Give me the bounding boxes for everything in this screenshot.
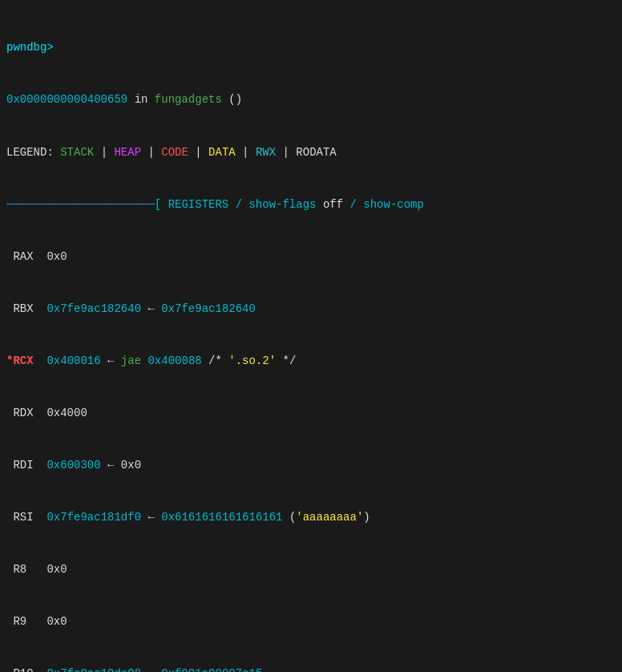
rsi-line: RSI 0x7fe9ac181df0 ← 0x6161616161616161 … bbox=[6, 509, 616, 527]
r8-line: R8 0x0 bbox=[6, 561, 616, 579]
r10-line: R10 0x7fe9ac19de98 ← 0xf001a00007c15 bbox=[6, 666, 616, 672]
terminal-window: pwndbg> 0x0000000000400659 in fungadgets… bbox=[0, 0, 622, 672]
prompt-text: pwndbg> bbox=[6, 41, 54, 54]
legend-line: LEGEND: STACK | HEAP | CODE | DATA | RWX… bbox=[6, 144, 616, 162]
rax-line: RAX 0x0 bbox=[6, 249, 616, 266]
rdx-line: RDX 0x4000 bbox=[6, 405, 616, 423]
divider-registers: ──────────────────────[ REGISTERS / show… bbox=[6, 196, 616, 214]
address-line: 0x0000000000400659 in fungadgets () bbox=[6, 91, 616, 109]
rbx-line: RBX 0x7fe9ac182640 ← 0x7fe9ac182640 bbox=[6, 301, 616, 318]
r9-line: R9 0x0 bbox=[6, 613, 616, 631]
rdi-line: RDI 0x600300 ← 0x0 bbox=[6, 457, 616, 475]
rcx-line: *RCX 0x400016 ← jae 0x400088 /* '.so.2' … bbox=[6, 353, 616, 370]
prompt-line: pwndbg> bbox=[6, 39, 616, 57]
